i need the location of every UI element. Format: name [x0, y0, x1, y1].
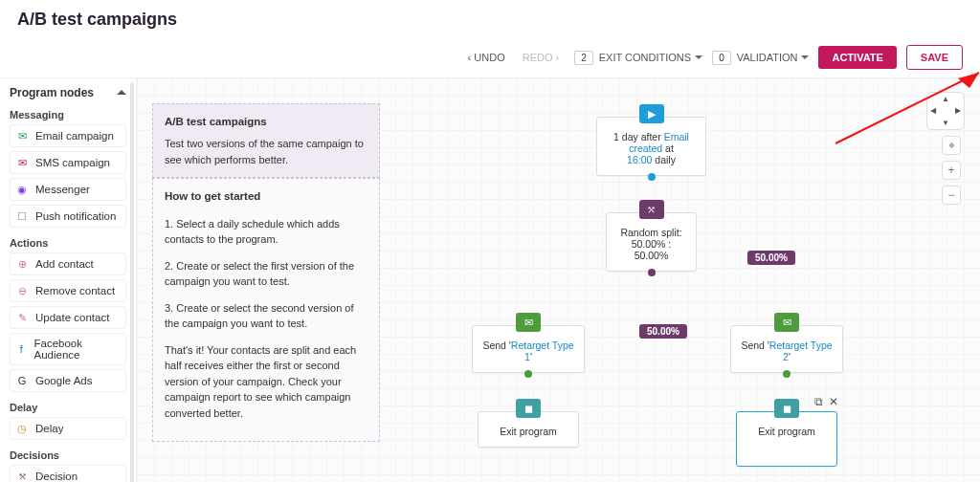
play-icon: ▶	[639, 104, 664, 123]
split-chip-right: 50.00%	[747, 251, 795, 265]
node-icon: ✉	[14, 129, 30, 142]
collapse-icon[interactable]	[117, 86, 126, 99]
node-label: Update contact	[35, 312, 109, 323]
node-label: Push notification	[35, 210, 116, 222]
node-icon: ⤲	[14, 470, 30, 482]
sidebar-category: Actions	[10, 237, 126, 249]
node-label: Add contact	[35, 258, 94, 270]
sidebar-node-item[interactable]: ⊕Add contact	[10, 252, 126, 275]
node-icon: G	[14, 374, 30, 387]
node-exit-2[interactable]: ⧉ ✕ ◼ Exit program	[736, 411, 837, 467]
validation-dropdown[interactable]: 0 VALIDATION	[712, 51, 809, 65]
send2-post: '	[789, 351, 791, 362]
send2-name: Retarget Type 2	[769, 340, 833, 362]
sidebar-node-item[interactable]: ⊖Remove contact	[10, 279, 126, 302]
validation-label: VALIDATION	[737, 52, 810, 63]
copy-icon[interactable]: ⧉	[814, 395, 823, 408]
exit-conditions-dropdown[interactable]: 2 EXIT CONDITIONS	[574, 51, 702, 65]
node-label: Remove contact	[35, 285, 115, 296]
entry-tail: daily	[652, 154, 676, 165]
node-icon: ◷	[14, 422, 30, 435]
info-step-summary: That's it! Your contacts are split and e…	[165, 342, 368, 422]
split-icon: ⤲	[639, 200, 664, 219]
annotation-arrow	[826, 67, 980, 153]
email-icon: ✉	[774, 313, 799, 332]
info-steps-title: How to get started	[165, 188, 368, 205]
info-body: Test two versions of the same campaign t…	[165, 136, 368, 167]
send1-pre: Send '	[482, 340, 510, 351]
entry-time: 16:00	[627, 154, 652, 165]
sidebar-node-item[interactable]: ✉Email campaign	[10, 124, 126, 147]
exit-conditions-label: EXIT CONDITIONS	[599, 52, 702, 63]
node-exit-1[interactable]: ◼ Exit program	[478, 411, 579, 448]
node-entry[interactable]: ▶ 1 day after Email created at 16:00 dai…	[596, 117, 706, 176]
node-label: Facebook Audience	[33, 338, 122, 361]
email-icon: ✉	[516, 313, 541, 332]
node-label: Email campaign	[35, 130, 114, 142]
entry-text-pre: 1 day after	[613, 131, 664, 142]
send2-pre: Send '	[741, 340, 768, 351]
exit-icon: ◼	[774, 399, 799, 418]
sidebar: Program nodes Messaging✉Email campaign✉S…	[0, 78, 137, 482]
undo-button[interactable]: UNDO	[468, 52, 505, 63]
entry-text-post: at	[662, 142, 674, 154]
zoom-out-button[interactable]: −	[942, 186, 961, 205]
sidebar-node-item[interactable]: ◷Delay	[10, 417, 126, 440]
redo-button: REDO	[523, 52, 560, 63]
node-send-campaign-1[interactable]: ✉ Send 'Retarget Type 1'	[472, 325, 585, 373]
close-icon[interactable]: ✕	[829, 395, 838, 408]
split-chip-left: 50.00%	[639, 324, 687, 339]
zoom-in-button[interactable]: +	[942, 161, 961, 180]
info-title: A/B test campaigns	[165, 114, 368, 130]
sidebar-node-item[interactable]: ☐Push notification	[10, 205, 126, 228]
node-icon: ☐	[14, 209, 30, 223]
info-step-3: 3. Create or select the second version o…	[165, 300, 368, 332]
send1-post: '	[530, 351, 532, 362]
port-icon	[524, 370, 532, 378]
info-box-description: A/B test campaigns Test two versions of …	[152, 103, 380, 178]
sidebar-category: Messaging	[10, 109, 126, 120]
info-step-1: 1. Select a daily schedule which adds co…	[165, 216, 368, 248]
send1-name: Retarget Type 1	[511, 340, 574, 362]
node-label: Messenger	[35, 184, 90, 195]
node-random-split[interactable]: ⤲ Random split: 50.00% : 50.00%	[606, 212, 697, 272]
exit-icon: ◼	[516, 399, 541, 418]
sidebar-node-item[interactable]: ✎Update contact	[10, 306, 126, 329]
svg-marker-1	[958, 73, 979, 88]
port-icon	[648, 269, 656, 276]
node-icon: ✉	[14, 156, 30, 169]
node-send-campaign-2[interactable]: ✉ Send 'Retarget Type 2'	[730, 325, 843, 373]
node-icon: ✎	[14, 311, 30, 324]
info-step-2: 2. Create or select the first version of…	[165, 258, 368, 290]
sidebar-header: Program nodes	[10, 86, 94, 99]
sidebar-scrollbar[interactable]	[130, 82, 134, 482]
activate-button[interactable]: ACTIVATE	[818, 46, 896, 69]
split-line2: 50.00% : 50.00%	[616, 238, 686, 261]
sidebar-node-item[interactable]: fFacebook Audience	[10, 333, 126, 365]
node-icon: ⊕	[14, 257, 30, 271]
split-line1: Random split:	[616, 227, 686, 238]
node-label: SMS campaign	[35, 157, 110, 168]
node-icon: ◉	[14, 183, 30, 196]
sidebar-node-item[interactable]: ⤲Decision	[10, 465, 126, 482]
port-icon	[783, 370, 791, 378]
sidebar-node-item[interactable]: ◉Messenger	[10, 178, 126, 201]
sidebar-category: Decisions	[10, 449, 126, 461]
validation-count-badge: 0	[712, 51, 731, 65]
node-label: Delay	[35, 423, 63, 434]
exit-count-badge: 2	[574, 51, 593, 65]
page-title: A/B test campaigns	[17, 10, 177, 30]
svg-line-0	[835, 73, 979, 143]
sidebar-node-item[interactable]: GGoogle Ads	[10, 369, 126, 392]
sidebar-category: Delay	[10, 402, 126, 413]
port-icon	[648, 173, 656, 181]
node-icon: f	[14, 342, 28, 356]
info-box-steps: How to get started 1. Select a daily sch…	[152, 178, 380, 442]
sidebar-node-item[interactable]: ✉SMS campaign	[10, 151, 126, 174]
node-icon: ⊖	[14, 284, 30, 297]
node-label: Google Ads	[35, 375, 92, 386]
node-label: Decision	[35, 471, 78, 482]
workflow-canvas[interactable]: A/B test campaigns Test two versions of …	[137, 78, 980, 482]
